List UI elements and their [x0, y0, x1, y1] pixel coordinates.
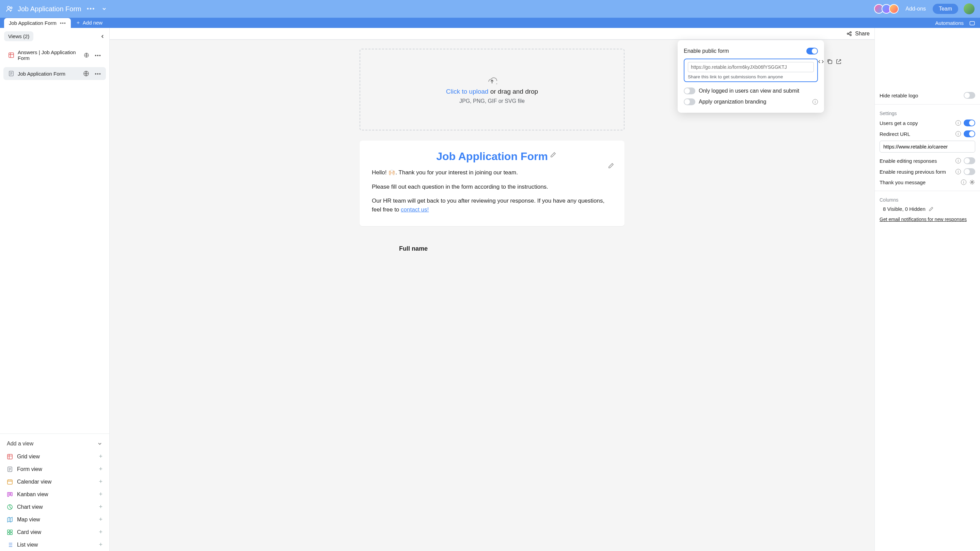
info-icon[interactable]: i: [956, 158, 961, 164]
plus-icon: +: [99, 529, 102, 536]
svg-rect-21: [829, 60, 832, 64]
share-link-input[interactable]: [688, 62, 814, 72]
user-avatar[interactable]: [964, 3, 975, 14]
enable-public-label: Enable public form: [684, 48, 803, 54]
svg-point-0: [8, 6, 10, 9]
kanban-icon: [7, 491, 13, 497]
plus-icon: +: [99, 503, 102, 511]
tabbar: Job Application Form ••• ＋ Add new Autom…: [0, 18, 980, 28]
svg-rect-9: [8, 480, 12, 484]
chevron-down-icon[interactable]: [102, 6, 107, 11]
users-copy-toggle[interactable]: [964, 119, 975, 126]
upload-link: Click to upload: [446, 88, 488, 95]
chart-icon: [7, 504, 13, 510]
hide-logo-toggle[interactable]: [964, 92, 975, 99]
contact-link[interactable]: contact us!: [401, 206, 429, 213]
add-grid-view[interactable]: Grid view+: [0, 450, 109, 463]
sidebar: Views (2) Answers | Job Application Form…: [0, 28, 110, 551]
cover-upload-dropzone[interactable]: Click to upload or drag and drop JPG, PN…: [360, 49, 625, 131]
plus-icon: +: [99, 465, 102, 473]
svg-rect-15: [10, 530, 12, 532]
collapse-sidebar-icon[interactable]: [100, 34, 105, 39]
add-kanban-view[interactable]: Kanban view+: [0, 488, 109, 501]
info-icon[interactable]: i: [956, 120, 961, 126]
svg-rect-17: [10, 533, 12, 535]
info-icon[interactable]: i: [813, 99, 818, 105]
add-view-header[interactable]: Add a view: [0, 437, 109, 450]
grid-icon: [8, 52, 14, 58]
field-full-name-label: Full name: [360, 245, 625, 252]
add-new-tab-button[interactable]: ＋ Add new: [76, 19, 102, 28]
reusing-toggle[interactable]: [964, 168, 975, 175]
embed-icon[interactable]: [818, 59, 824, 65]
svg-rect-12: [11, 492, 12, 496]
form-title[interactable]: Job Application Form: [372, 150, 612, 163]
form-description-1: Hello! 🙌🏻. Thank you for your interest i…: [372, 168, 612, 177]
svg-point-19: [850, 32, 851, 33]
globe-icon: [84, 52, 89, 58]
upload-formats: JPG, PNG, GIF or SVG file: [459, 98, 525, 104]
tab-active[interactable]: Job Application Form •••: [4, 18, 71, 28]
automations-link[interactable]: Automations: [935, 20, 964, 28]
form-description-2: Please fill out each question in the for…: [372, 183, 612, 191]
branding-toggle[interactable]: [684, 99, 695, 105]
topbar-more-icon[interactable]: •••: [87, 5, 95, 13]
plus-icon: +: [99, 491, 102, 498]
editing-toggle[interactable]: [964, 157, 975, 164]
plus-icon: +: [99, 541, 102, 548]
views-chip[interactable]: Views (2): [4, 31, 33, 41]
plus-icon: +: [99, 453, 102, 460]
plus-icon: +: [99, 516, 102, 523]
enable-public-toggle[interactable]: [807, 48, 818, 54]
svg-rect-10: [8, 492, 9, 497]
plus-icon: +: [99, 478, 102, 485]
info-icon[interactable]: i: [956, 169, 961, 174]
team-button[interactable]: Team: [933, 4, 958, 14]
svg-point-20: [850, 34, 851, 36]
redirect-url-input[interactable]: [880, 141, 975, 153]
card-icon: [7, 529, 13, 535]
form-description-3: Our HR team will get back to you after r…: [372, 196, 612, 214]
redirect-url-toggle[interactable]: [964, 131, 975, 137]
info-icon[interactable]: i: [956, 131, 961, 137]
edit-description-icon[interactable]: [608, 162, 614, 169]
edit-columns-icon[interactable]: [928, 206, 934, 212]
workspace-title[interactable]: Job Application Form: [18, 5, 81, 13]
form-header-card: Job Application Form Hello! 🙌🏻. Thank yo…: [360, 141, 625, 226]
svg-point-1: [11, 7, 12, 9]
external-link-icon[interactable]: [835, 59, 842, 65]
form-icon: [8, 70, 14, 76]
hide-logo-label: Hide retable logo: [880, 92, 961, 99]
tab-label: Job Application Form: [9, 20, 57, 26]
sidebar-item-form[interactable]: Job Application Form •••: [3, 67, 106, 80]
add-calendar-view[interactable]: Calendar view+: [0, 475, 109, 488]
users-copy-label: Users get a copy: [880, 120, 953, 126]
gear-icon[interactable]: [969, 179, 975, 185]
svg-rect-3: [9, 53, 14, 57]
branding-label: Apply organization branding: [699, 99, 809, 105]
add-form-view[interactable]: Form view+: [0, 463, 109, 475]
edit-title-icon[interactable]: [550, 151, 557, 158]
sidebar-item-answers[interactable]: Answers | Job Application Form •••: [3, 46, 106, 64]
copy-icon[interactable]: [827, 59, 833, 65]
add-chart-view[interactable]: Chart view+: [0, 501, 109, 513]
grid-icon: [7, 454, 13, 460]
share-button[interactable]: Share: [855, 31, 870, 37]
add-card-view[interactable]: Card view+: [0, 526, 109, 538]
notifications-link[interactable]: Get email notifications for new response…: [880, 217, 967, 222]
add-map-view[interactable]: Map view+: [0, 513, 109, 526]
calendar-icon: [7, 479, 13, 485]
collaborator-avatars[interactable]: [876, 4, 899, 14]
info-icon[interactable]: i: [961, 180, 966, 185]
topbar: Job Application Form ••• Add-ons Team: [0, 0, 980, 18]
add-list-view[interactable]: List view+: [0, 538, 109, 551]
item-more-icon[interactable]: •••: [95, 53, 101, 58]
logged-in-toggle[interactable]: [684, 88, 695, 94]
chat-icon[interactable]: [969, 21, 976, 28]
tab-more-icon[interactable]: •••: [60, 21, 66, 26]
redirect-url-label: Redirect URL: [880, 131, 953, 137]
item-more-icon[interactable]: •••: [95, 71, 101, 76]
addons-link[interactable]: Add-ons: [905, 6, 926, 12]
list-icon: [7, 542, 13, 548]
plus-icon: ＋: [76, 19, 81, 26]
